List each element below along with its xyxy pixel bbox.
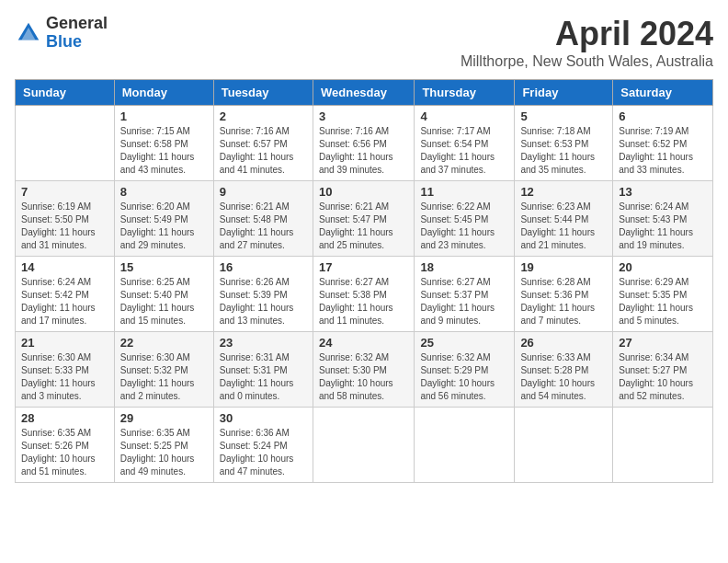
calendar-subtitle: Millthorpe, New South Wales, Australia xyxy=(461,53,713,70)
day-info: Sunrise: 6:24 AMSunset: 5:43 PMDaylight:… xyxy=(619,201,707,252)
day-info: Sunrise: 6:36 AMSunset: 5:24 PMDaylight:… xyxy=(220,427,307,478)
day-number: 7 xyxy=(21,185,108,199)
day-number: 10 xyxy=(319,185,408,199)
day-number: 23 xyxy=(220,336,307,350)
day-number: 4 xyxy=(420,109,508,123)
day-info: Sunrise: 7:16 AMSunset: 6:56 PMDaylight:… xyxy=(319,125,408,177)
day-number: 24 xyxy=(319,336,408,350)
weekday-header-thursday: Thursday xyxy=(415,80,515,106)
calendar-week-row: 14Sunrise: 6:24 AMSunset: 5:42 PMDayligh… xyxy=(16,257,713,332)
day-number: 30 xyxy=(220,411,307,425)
calendar-cell: 16Sunrise: 6:26 AMSunset: 5:39 PMDayligh… xyxy=(213,257,313,332)
day-info: Sunrise: 6:27 AMSunset: 5:37 PMDaylight:… xyxy=(420,276,508,327)
day-info: Sunrise: 6:22 AMSunset: 5:45 PMDaylight:… xyxy=(420,201,508,252)
calendar-cell: 10Sunrise: 6:21 AMSunset: 5:47 PMDayligh… xyxy=(313,181,414,257)
calendar-cell: 7Sunrise: 6:19 AMSunset: 5:50 PMDaylight… xyxy=(16,181,115,257)
calendar-cell: 22Sunrise: 6:30 AMSunset: 5:32 PMDayligh… xyxy=(114,332,213,408)
logo: General Blue xyxy=(15,15,108,52)
weekday-header-sunday: Sunday xyxy=(16,80,115,106)
day-info: Sunrise: 6:23 AMSunset: 5:44 PMDaylight:… xyxy=(520,201,607,252)
logo-icon xyxy=(15,19,42,47)
calendar-cell: 26Sunrise: 6:33 AMSunset: 5:28 PMDayligh… xyxy=(515,332,613,408)
day-info: Sunrise: 6:35 AMSunset: 5:26 PMDaylight:… xyxy=(21,427,108,478)
day-info: Sunrise: 6:19 AMSunset: 5:50 PMDaylight:… xyxy=(21,201,108,252)
calendar-cell: 28Sunrise: 6:35 AMSunset: 5:26 PMDayligh… xyxy=(16,408,115,483)
day-info: Sunrise: 6:31 AMSunset: 5:31 PMDaylight:… xyxy=(220,351,307,403)
calendar-cell xyxy=(515,408,613,483)
calendar-cell: 21Sunrise: 6:30 AMSunset: 5:33 PMDayligh… xyxy=(16,332,115,408)
calendar-cell: 24Sunrise: 6:32 AMSunset: 5:30 PMDayligh… xyxy=(313,332,414,408)
weekday-header-row: SundayMondayTuesdayWednesdayThursdayFrid… xyxy=(16,80,713,106)
day-info: Sunrise: 6:26 AMSunset: 5:39 PMDaylight:… xyxy=(220,276,307,327)
calendar-cell: 9Sunrise: 6:21 AMSunset: 5:48 PMDaylight… xyxy=(213,181,313,257)
calendar-cell: 15Sunrise: 6:25 AMSunset: 5:40 PMDayligh… xyxy=(114,257,213,332)
day-info: Sunrise: 6:27 AMSunset: 5:38 PMDaylight:… xyxy=(319,276,408,327)
calendar-cell: 23Sunrise: 6:31 AMSunset: 5:31 PMDayligh… xyxy=(213,332,313,408)
calendar-table: SundayMondayTuesdayWednesdayThursdayFrid… xyxy=(15,79,713,483)
day-info: Sunrise: 6:32 AMSunset: 5:30 PMDaylight:… xyxy=(319,351,408,403)
calendar-header: SundayMondayTuesdayWednesdayThursdayFrid… xyxy=(16,80,713,106)
day-number: 15 xyxy=(120,260,208,274)
calendar-cell: 8Sunrise: 6:20 AMSunset: 5:49 PMDaylight… xyxy=(114,181,213,257)
day-number: 16 xyxy=(220,260,307,274)
day-info: Sunrise: 6:34 AMSunset: 5:27 PMDaylight:… xyxy=(619,351,707,403)
calendar-cell xyxy=(415,408,515,483)
calendar-cell: 14Sunrise: 6:24 AMSunset: 5:42 PMDayligh… xyxy=(16,257,115,332)
calendar-cell: 5Sunrise: 7:18 AMSunset: 6:53 PMDaylight… xyxy=(515,106,613,181)
day-info: Sunrise: 6:35 AMSunset: 5:25 PMDaylight:… xyxy=(120,427,208,478)
day-info: Sunrise: 6:21 AMSunset: 5:48 PMDaylight:… xyxy=(220,201,307,252)
calendar-week-row: 28Sunrise: 6:35 AMSunset: 5:26 PMDayligh… xyxy=(16,408,713,483)
weekday-header-wednesday: Wednesday xyxy=(313,80,414,106)
day-number: 19 xyxy=(520,260,607,274)
calendar-week-row: 7Sunrise: 6:19 AMSunset: 5:50 PMDaylight… xyxy=(16,181,713,257)
day-info: Sunrise: 7:17 AMSunset: 6:54 PMDaylight:… xyxy=(420,125,508,177)
day-number: 8 xyxy=(120,185,208,199)
day-number: 28 xyxy=(21,411,108,425)
calendar-cell: 1Sunrise: 7:15 AMSunset: 6:58 PMDaylight… xyxy=(114,106,213,181)
calendar-cell: 13Sunrise: 6:24 AMSunset: 5:43 PMDayligh… xyxy=(613,181,713,257)
calendar-cell: 25Sunrise: 6:32 AMSunset: 5:29 PMDayligh… xyxy=(415,332,515,408)
day-number: 29 xyxy=(120,411,208,425)
day-info: Sunrise: 6:20 AMSunset: 5:49 PMDaylight:… xyxy=(120,201,208,252)
day-number: 3 xyxy=(319,109,408,123)
day-info: Sunrise: 6:32 AMSunset: 5:29 PMDaylight:… xyxy=(420,351,508,403)
weekday-header-saturday: Saturday xyxy=(613,80,713,106)
page-header: General Blue April 2024 Millthorpe, New … xyxy=(15,15,713,70)
day-number: 18 xyxy=(420,260,508,274)
day-number: 13 xyxy=(619,185,707,199)
day-info: Sunrise: 6:21 AMSunset: 5:47 PMDaylight:… xyxy=(319,201,408,252)
calendar-week-row: 21Sunrise: 6:30 AMSunset: 5:33 PMDayligh… xyxy=(16,332,713,408)
day-info: Sunrise: 7:15 AMSunset: 6:58 PMDaylight:… xyxy=(120,125,208,177)
calendar-cell xyxy=(613,408,713,483)
calendar-cell: 18Sunrise: 6:27 AMSunset: 5:37 PMDayligh… xyxy=(415,257,515,332)
day-number: 1 xyxy=(120,109,208,123)
calendar-title: April 2024 xyxy=(461,15,713,53)
calendar-cell: 4Sunrise: 7:17 AMSunset: 6:54 PMDaylight… xyxy=(415,106,515,181)
calendar-cell: 6Sunrise: 7:19 AMSunset: 6:52 PMDaylight… xyxy=(613,106,713,181)
calendar-week-row: 1Sunrise: 7:15 AMSunset: 6:58 PMDaylight… xyxy=(16,106,713,181)
day-number: 2 xyxy=(220,109,307,123)
day-number: 22 xyxy=(120,336,208,350)
day-info: Sunrise: 6:29 AMSunset: 5:35 PMDaylight:… xyxy=(619,276,707,327)
day-number: 25 xyxy=(420,336,508,350)
day-number: 5 xyxy=(520,109,607,123)
day-number: 17 xyxy=(319,260,408,274)
day-info: Sunrise: 7:16 AMSunset: 6:57 PMDaylight:… xyxy=(220,125,307,177)
day-number: 11 xyxy=(420,185,508,199)
day-number: 21 xyxy=(21,336,108,350)
logo-text: General Blue xyxy=(46,15,108,52)
weekday-header-tuesday: Tuesday xyxy=(213,80,313,106)
calendar-cell xyxy=(313,408,414,483)
day-info: Sunrise: 6:30 AMSunset: 5:32 PMDaylight:… xyxy=(120,351,208,403)
day-number: 27 xyxy=(619,336,707,350)
calendar-cell: 27Sunrise: 6:34 AMSunset: 5:27 PMDayligh… xyxy=(613,332,713,408)
day-number: 20 xyxy=(619,260,707,274)
calendar-cell: 3Sunrise: 7:16 AMSunset: 6:56 PMDaylight… xyxy=(313,106,414,181)
calendar-cell: 12Sunrise: 6:23 AMSunset: 5:44 PMDayligh… xyxy=(515,181,613,257)
day-number: 6 xyxy=(619,109,707,123)
day-number: 12 xyxy=(520,185,607,199)
calendar-cell: 19Sunrise: 6:28 AMSunset: 5:36 PMDayligh… xyxy=(515,257,613,332)
logo-blue: Blue xyxy=(46,33,108,52)
calendar-body: 1Sunrise: 7:15 AMSunset: 6:58 PMDaylight… xyxy=(16,106,713,483)
day-info: Sunrise: 7:18 AMSunset: 6:53 PMDaylight:… xyxy=(520,125,607,177)
